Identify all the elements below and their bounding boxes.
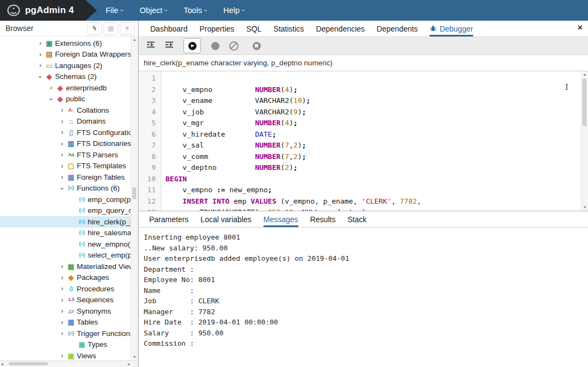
step-into-button[interactable] (142, 38, 160, 53)
tree-item-domains[interactable]: ›⌂Domains (0, 116, 138, 127)
editor-vertical-scrollbar[interactable]: ▴ ▾ (581, 71, 588, 211)
code-area[interactable]: v_empno NUMBER(4); v_ename VARCHAR2(10);… (161, 71, 588, 211)
tree-item-schemas-2[interactable]: ›◈Schemas (2) (0, 71, 138, 83)
chevron-down-icon[interactable]: › (59, 184, 66, 193)
tree-item-tables[interactable]: ›▦Tables (0, 317, 138, 328)
tree-item-fts-parsers[interactable]: ›AaFTS Parsers (0, 149, 138, 161)
scrollbar-thumb[interactable] (583, 79, 586, 126)
line-number: 11 (139, 185, 161, 196)
tree-item-fts-configurations[interactable]: ›▯FTS Configurations (0, 127, 138, 138)
filter-button[interactable]: ▼ (120, 22, 134, 35)
tab-stack[interactable]: Stack (347, 211, 366, 227)
chevron-right-icon[interactable]: › (58, 263, 66, 270)
menu-tools[interactable]: Tools› (183, 6, 207, 15)
tree-item-new-empno[interactable]: {≡}new_empno() (0, 238, 138, 250)
tree-item-emp-comp-p-s[interactable]: {≡}emp_comp(p_s (0, 194, 138, 205)
tree-item-emp-query-cal[interactable]: {≡}emp_query_cal (0, 205, 138, 217)
chevron-right-icon[interactable]: › (58, 319, 66, 326)
chevron-right-icon[interactable]: › (58, 174, 66, 181)
view-data-button[interactable]: ▦ (103, 22, 118, 35)
chevron-right-icon[interactable]: › (58, 140, 66, 148)
tree-item-select-emp-p-e[interactable]: {≡}select_emp(p_e (0, 250, 138, 261)
menu-file[interactable]: File› (106, 6, 123, 15)
line-number: 12 (139, 196, 161, 207)
synonyms-icon: ▱ (66, 308, 76, 315)
code-line: v_sal NUMBER(7,2); (166, 140, 588, 151)
scroll-up-icon[interactable]: ▴ (131, 36, 138, 43)
scroll-down-icon[interactable]: ▾ (131, 354, 138, 360)
tree-item-extensions-6[interactable]: ›▣Extensions (6) (0, 38, 138, 49)
tree-item-materialized-views[interactable]: ›▩Materialized Views (0, 261, 138, 272)
step-over-button[interactable] (161, 38, 178, 53)
tab-dashboard[interactable]: Dashboard (150, 21, 188, 36)
chevron-right-icon[interactable]: › (58, 151, 66, 158)
query-tool-button[interactable]: ϟ (87, 22, 102, 35)
object-browser-tree[interactable]: ›▣Extensions (6)›▤Foreign Data Wrappers … (0, 36, 138, 360)
scroll-right-icon[interactable]: ▸ (128, 362, 130, 366)
tree-item-hire-clerk-p-en[interactable]: {≡}hire_clerk(p_en (0, 216, 138, 228)
tree-item-fts-dictionaries[interactable]: ›▥FTS Dictionaries (0, 138, 138, 150)
scroll-left-icon[interactable]: ◂ (1, 362, 3, 366)
tree-item-public[interactable]: ›◈public (0, 94, 138, 105)
tree-item-packages[interactable]: ›◆Packages (0, 272, 138, 284)
chevron-right-icon[interactable]: › (36, 40, 45, 47)
tree-item-languages-2[interactable]: ›▭Languages (2) (0, 60, 138, 71)
chevron-right-icon[interactable]: › (58, 107, 66, 114)
tree-item-trigger-functions[interactable]: ›{≡}Trigger Functions (0, 328, 138, 339)
chevron-right-icon[interactable]: › (58, 285, 66, 292)
tree-item-sequences[interactable]: ›1.3Sequences (0, 295, 138, 306)
menu-help[interactable]: Help› (223, 6, 244, 15)
chevron-down-icon[interactable]: › (37, 72, 44, 81)
query-tool-icon: ϟ (93, 25, 96, 32)
chevron-right-icon[interactable]: › (58, 118, 66, 125)
tree-item-foreign-tables[interactable]: ›▦Foreign Tables (0, 172, 138, 183)
code-editor[interactable]: 1234567891011121314 v_empno NUMBER(4); v… (139, 71, 588, 211)
tab-results[interactable]: Results (310, 211, 336, 227)
tab-local-variables[interactable]: Local variables (200, 211, 251, 227)
chevron-right-icon[interactable]: › (58, 330, 66, 337)
chevron-down-icon[interactable]: › (48, 95, 55, 103)
chevron-right-icon[interactable]: › (58, 297, 66, 304)
scroll-down-icon[interactable]: ▾ (581, 204, 588, 211)
tree-item-enterprisedb[interactable]: ›◈enterprisedb (0, 82, 138, 94)
tree-item-foreign-data-wrappers-2[interactable]: ›▤Foreign Data Wrappers (2 (0, 49, 138, 60)
toggle-breakpoint-button[interactable] (206, 38, 224, 53)
chevron-right-icon[interactable]: › (47, 84, 56, 91)
chevron-right-icon[interactable]: › (58, 129, 66, 136)
tree-vertical-scrollbar[interactable]: ▴ ▾ (131, 36, 138, 360)
function-icon: {≡} (77, 219, 87, 224)
main-panel: DashboardPropertiesSQLStatisticsDependen… (139, 21, 588, 367)
chevron-right-icon[interactable]: › (36, 51, 45, 58)
tab-debugger[interactable]: Debugger (430, 21, 473, 36)
chevron-right-icon[interactable]: › (36, 62, 45, 69)
continue-button[interactable] (183, 38, 201, 53)
chevron-right-icon[interactable]: › (58, 274, 66, 282)
tree-item-procedures[interactable]: ›{}Procedures (0, 283, 138, 295)
chevron-right-icon[interactable]: › (58, 352, 66, 359)
function-icon: {≡} (77, 197, 87, 202)
chevron-right-icon[interactable]: › (58, 163, 66, 170)
tree-item-collations[interactable]: ›A↓Collations (0, 105, 138, 116)
tree-item-hire-salesman[interactable]: {≡}hire_salesman( (0, 228, 138, 239)
tree-item-views[interactable]: ›▣Views (0, 350, 138, 360)
scrollbar-thumb[interactable] (9, 362, 48, 365)
chevron-right-icon[interactable]: › (58, 308, 66, 315)
scrollbar-thumb[interactable] (132, 187, 136, 199)
tree-item-synonyms[interactable]: ›▱Synonyms (0, 305, 138, 317)
tab-parameters[interactable]: Parameters (149, 211, 188, 227)
tree-item-functions-6[interactable]: ›{≡}Functions (6) (0, 183, 138, 194)
tab-dependents[interactable]: Dependents (377, 21, 418, 36)
clear-all-breakpoints-button[interactable] (225, 38, 242, 53)
tab-statistics[interactable]: Statistics (273, 21, 304, 36)
tree-item-fts-templates[interactable]: ›▢FTS Templates (0, 161, 138, 172)
tab-messages[interactable]: Messages (264, 211, 298, 227)
tab-dependencies[interactable]: Dependencies (316, 21, 365, 36)
close-panel-button[interactable]: × (578, 23, 583, 32)
tab-sql[interactable]: SQL (246, 21, 261, 36)
tab-properties[interactable]: Properties (200, 21, 235, 36)
tree-item-types[interactable]: ▣Types (0, 339, 138, 351)
menu-object[interactable]: Object› (139, 6, 167, 15)
stop-button[interactable] (248, 38, 265, 53)
scroll-up-icon[interactable]: ▴ (581, 71, 588, 78)
tree-horizontal-scrollbar[interactable]: ◂ ▸ (0, 360, 138, 367)
